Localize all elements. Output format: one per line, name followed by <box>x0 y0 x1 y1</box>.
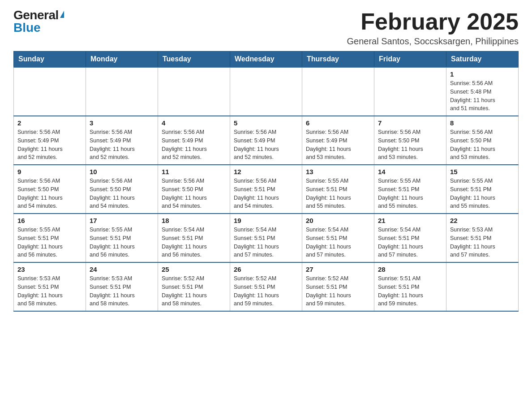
day-number: 23 <box>17 265 82 273</box>
calendar-cell: 24Sunrise: 5:53 AMSunset: 5:51 PMDayligh… <box>86 262 158 311</box>
calendar-cell: 13Sunrise: 5:55 AMSunset: 5:51 PMDayligh… <box>302 165 374 214</box>
calendar-week-row: 16Sunrise: 5:55 AMSunset: 5:51 PMDayligh… <box>14 214 519 262</box>
calendar-header-sunday: Sunday <box>14 51 86 68</box>
calendar-cell: 25Sunrise: 5:52 AMSunset: 5:51 PMDayligh… <box>158 262 230 311</box>
calendar-cell: 28Sunrise: 5:51 AMSunset: 5:51 PMDayligh… <box>374 262 446 311</box>
logo-triangle-icon <box>60 11 64 18</box>
calendar-cell: 12Sunrise: 5:56 AMSunset: 5:51 PMDayligh… <box>230 165 302 214</box>
calendar-cell: 1Sunrise: 5:56 AMSunset: 5:48 PMDaylight… <box>446 67 519 116</box>
calendar-cell: 27Sunrise: 5:52 AMSunset: 5:51 PMDayligh… <box>302 262 374 311</box>
day-info: Sunrise: 5:56 AMSunset: 5:51 PMDaylight:… <box>234 177 298 210</box>
calendar-header-tuesday: Tuesday <box>158 51 230 68</box>
calendar-cell: 5Sunrise: 5:56 AMSunset: 5:49 PMDaylight… <box>230 116 302 165</box>
day-number: 24 <box>90 265 154 273</box>
day-number: 1 <box>450 70 515 78</box>
calendar-cell <box>86 67 158 116</box>
calendar-week-row: 9Sunrise: 5:56 AMSunset: 5:50 PMDaylight… <box>14 165 519 214</box>
day-number: 16 <box>17 217 82 224</box>
day-info: Sunrise: 5:54 AMSunset: 5:51 PMDaylight:… <box>234 226 298 259</box>
calendar-cell: 19Sunrise: 5:54 AMSunset: 5:51 PMDayligh… <box>230 214 302 262</box>
day-number: 25 <box>162 265 226 273</box>
calendar-cell: 20Sunrise: 5:54 AMSunset: 5:51 PMDayligh… <box>302 214 374 262</box>
day-info: Sunrise: 5:55 AMSunset: 5:51 PMDaylight:… <box>306 177 370 210</box>
calendar-cell: 3Sunrise: 5:56 AMSunset: 5:49 PMDaylight… <box>86 116 158 165</box>
calendar-week-row: 23Sunrise: 5:53 AMSunset: 5:51 PMDayligh… <box>14 262 519 311</box>
calendar-header-row: SundayMondayTuesdayWednesdayThursdayFrid… <box>14 51 519 68</box>
day-info: Sunrise: 5:56 AMSunset: 5:50 PMDaylight:… <box>90 177 154 210</box>
day-number: 2 <box>17 119 82 127</box>
day-info: Sunrise: 5:56 AMSunset: 5:50 PMDaylight:… <box>378 128 442 162</box>
calendar-cell: 7Sunrise: 5:56 AMSunset: 5:50 PMDaylight… <box>374 116 446 165</box>
calendar-table: SundayMondayTuesdayWednesdayThursdayFrid… <box>13 51 519 312</box>
day-info: Sunrise: 5:53 AMSunset: 5:51 PMDaylight:… <box>90 274 154 308</box>
calendar-cell <box>374 67 446 116</box>
day-number: 13 <box>306 168 370 176</box>
calendar-header-thursday: Thursday <box>302 51 374 68</box>
calendar-cell: 26Sunrise: 5:52 AMSunset: 5:51 PMDayligh… <box>230 262 302 311</box>
day-info: Sunrise: 5:56 AMSunset: 5:49 PMDaylight:… <box>162 128 226 162</box>
day-info: Sunrise: 5:56 AMSunset: 5:50 PMDaylight:… <box>450 128 515 162</box>
day-info: Sunrise: 5:56 AMSunset: 5:50 PMDaylight:… <box>162 177 226 210</box>
day-info: Sunrise: 5:56 AMSunset: 5:50 PMDaylight:… <box>17 177 82 210</box>
calendar-cell <box>14 67 86 116</box>
page-header: General Blue February 2025 General Santo… <box>13 9 519 47</box>
calendar-cell <box>230 67 302 116</box>
day-number: 8 <box>450 119 515 127</box>
day-number: 9 <box>17 168 82 176</box>
calendar-cell: 9Sunrise: 5:56 AMSunset: 5:50 PMDaylight… <box>14 165 86 214</box>
day-number: 7 <box>378 119 442 127</box>
calendar-cell: 14Sunrise: 5:55 AMSunset: 5:51 PMDayligh… <box>374 165 446 214</box>
day-info: Sunrise: 5:54 AMSunset: 5:51 PMDaylight:… <box>378 226 442 259</box>
day-info: Sunrise: 5:56 AMSunset: 5:49 PMDaylight:… <box>17 128 82 162</box>
day-info: Sunrise: 5:56 AMSunset: 5:49 PMDaylight:… <box>234 128 298 162</box>
day-number: 22 <box>450 217 515 224</box>
location-subtitle: General Santos, Soccsksargen, Philippine… <box>347 36 519 47</box>
day-info: Sunrise: 5:55 AMSunset: 5:51 PMDaylight:… <box>450 177 515 210</box>
day-info: Sunrise: 5:52 AMSunset: 5:51 PMDaylight:… <box>162 274 226 308</box>
day-number: 10 <box>90 168 154 176</box>
day-info: Sunrise: 5:54 AMSunset: 5:51 PMDaylight:… <box>306 226 370 259</box>
calendar-header-friday: Friday <box>374 51 446 68</box>
day-number: 5 <box>234 119 298 127</box>
day-info: Sunrise: 5:53 AMSunset: 5:51 PMDaylight:… <box>17 274 82 308</box>
day-info: Sunrise: 5:56 AMSunset: 5:49 PMDaylight:… <box>306 128 370 162</box>
day-info: Sunrise: 5:55 AMSunset: 5:51 PMDaylight:… <box>378 177 442 210</box>
day-number: 15 <box>450 168 515 176</box>
logo-blue: Blue <box>13 21 41 34</box>
calendar-cell <box>302 67 374 116</box>
calendar-cell: 21Sunrise: 5:54 AMSunset: 5:51 PMDayligh… <box>374 214 446 262</box>
day-number: 27 <box>306 265 370 273</box>
day-number: 21 <box>378 217 442 224</box>
day-number: 14 <box>378 168 442 176</box>
day-info: Sunrise: 5:55 AMSunset: 5:51 PMDaylight:… <box>90 226 154 259</box>
month-title: February 2025 <box>347 9 519 34</box>
day-info: Sunrise: 5:51 AMSunset: 5:51 PMDaylight:… <box>378 274 442 308</box>
calendar-cell: 6Sunrise: 5:56 AMSunset: 5:49 PMDaylight… <box>302 116 374 165</box>
calendar-cell <box>158 67 230 116</box>
calendar-week-row: 2Sunrise: 5:56 AMSunset: 5:49 PMDaylight… <box>14 116 519 165</box>
calendar-header-wednesday: Wednesday <box>230 51 302 68</box>
title-block: February 2025 General Santos, Soccsksarg… <box>347 9 519 47</box>
calendar-header-saturday: Saturday <box>446 51 519 68</box>
day-info: Sunrise: 5:52 AMSunset: 5:51 PMDaylight:… <box>234 274 298 308</box>
day-number: 17 <box>90 217 154 224</box>
calendar-cell: 16Sunrise: 5:55 AMSunset: 5:51 PMDayligh… <box>14 214 86 262</box>
day-info: Sunrise: 5:52 AMSunset: 5:51 PMDaylight:… <box>306 274 370 308</box>
day-number: 19 <box>234 217 298 224</box>
calendar-header-monday: Monday <box>86 51 158 68</box>
day-number: 4 <box>162 119 226 127</box>
day-info: Sunrise: 5:54 AMSunset: 5:51 PMDaylight:… <box>162 226 226 259</box>
calendar-cell: 15Sunrise: 5:55 AMSunset: 5:51 PMDayligh… <box>446 165 519 214</box>
day-info: Sunrise: 5:56 AMSunset: 5:48 PMDaylight:… <box>450 79 515 113</box>
calendar-week-row: 1Sunrise: 5:56 AMSunset: 5:48 PMDaylight… <box>14 67 519 116</box>
day-number: 12 <box>234 168 298 176</box>
day-number: 26 <box>234 265 298 273</box>
calendar-cell: 22Sunrise: 5:53 AMSunset: 5:51 PMDayligh… <box>446 214 519 262</box>
calendar-cell: 10Sunrise: 5:56 AMSunset: 5:50 PMDayligh… <box>86 165 158 214</box>
day-number: 18 <box>162 217 226 224</box>
calendar-cell: 17Sunrise: 5:55 AMSunset: 5:51 PMDayligh… <box>86 214 158 262</box>
day-number: 20 <box>306 217 370 224</box>
day-number: 6 <box>306 119 370 127</box>
calendar-cell <box>446 262 519 311</box>
calendar-cell: 8Sunrise: 5:56 AMSunset: 5:50 PMDaylight… <box>446 116 519 165</box>
